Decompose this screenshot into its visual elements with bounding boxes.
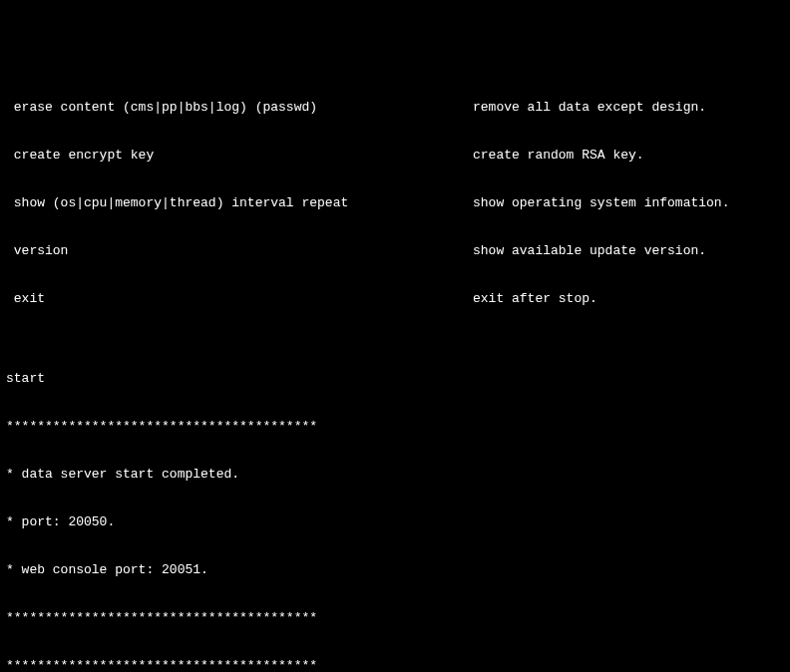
help-description: create random RSA key.: [473, 148, 784, 164]
log-line: start: [6, 371, 784, 387]
help-row: create encrypt key create random RSA key…: [6, 148, 784, 164]
log-line: ****************************************: [6, 658, 784, 672]
log-line: * port: 20050.: [6, 514, 784, 530]
help-description: show operating system infomation.: [473, 195, 784, 211]
help-row: show (os|cpu|memory|thread) interval rep…: [6, 195, 784, 211]
log-line: ****************************************: [6, 419, 784, 435]
help-row: version show available update version.: [6, 243, 784, 259]
help-description: show available update version.: [473, 243, 784, 259]
help-row: exit exit after stop.: [6, 291, 784, 307]
log-line: ****************************************: [6, 610, 784, 626]
help-description: remove all data except design.: [473, 100, 784, 116]
help-command: erase content (cms|pp|bbs|log) (passwd): [6, 100, 473, 116]
log-line: * data server start completed.: [6, 467, 784, 483]
help-command: show (os|cpu|memory|thread) interval rep…: [6, 195, 473, 211]
log-line: * web console port: 20051.: [6, 562, 784, 578]
help-row: erase content (cms|pp|bbs|log) (passwd) …: [6, 100, 784, 116]
help-command: create encrypt key: [6, 148, 473, 164]
terminal-output[interactable]: erase content (cms|pp|bbs|log) (passwd) …: [6, 68, 784, 672]
help-command: version: [6, 243, 473, 259]
help-description: exit after stop.: [473, 291, 784, 307]
help-command: exit: [6, 291, 473, 307]
